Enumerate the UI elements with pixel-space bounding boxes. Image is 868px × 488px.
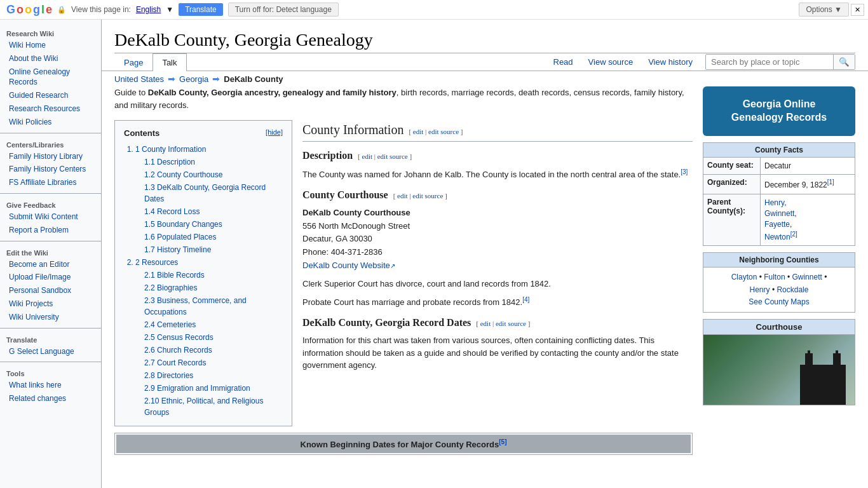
record-dates-edit-source-link[interactable]: edit source [496, 320, 526, 327]
toc-link-2-7[interactable]: 2.7 Court Records [144, 358, 206, 367]
sidebar-item-wiki-policies[interactable]: Wiki Policies [0, 116, 101, 129]
sidebar-item-family-history-library[interactable]: Family History Library [0, 150, 101, 163]
tab-action-read[interactable]: Read [546, 53, 581, 71]
toc-link-2-3[interactable]: 2.3 Business, Commerce, and Occupations [144, 296, 247, 316]
sidebar-item-guided-research[interactable]: Guided Research [0, 89, 101, 102]
record-dates-edit-link[interactable]: edit [480, 320, 491, 327]
toc-link-2-8[interactable]: 2.8 Directories [144, 371, 193, 380]
right-column: Georgia OnlineGenealogy Records County F… [703, 86, 855, 488]
parent-henry-link[interactable]: Henry [764, 198, 784, 207]
toc-link-county-info[interactable]: 1 County Information [135, 145, 206, 154]
search-input[interactable] [706, 55, 833, 69]
toc-sublist-1: 1.1 Description 1.2 County Courthouse 1.… [135, 156, 283, 255]
organized-footnote: [1] [827, 179, 834, 186]
sidebar-item-report-problem[interactable]: Report a Problem [0, 224, 101, 237]
courthouse-edit-link[interactable]: edit [397, 192, 408, 200]
tab-actions: Read View source View history 🔍 [546, 53, 856, 71]
sidebar-item-select-language[interactable]: G Select Language [0, 345, 101, 358]
sidebar-item-fs-affiliate[interactable]: FS Affiliate Libraries [0, 176, 101, 189]
sidebar-item-related-changes[interactable]: Related changes [0, 392, 101, 405]
tab-page[interactable]: Page [114, 53, 153, 71]
sidebar-item-become-editor[interactable]: Become an Editor [0, 258, 101, 271]
sidebar-item-submit-wiki[interactable]: Submit Wiki Content [0, 210, 101, 224]
neighboring-clayton-link[interactable]: Clayton [731, 273, 757, 281]
sidebar-item-about-wiki[interactable]: About the Wiki [0, 52, 101, 65]
see-county-maps-link[interactable]: See County Maps [749, 297, 809, 306]
description-edit-source-link[interactable]: edit source [377, 152, 408, 160]
search-button[interactable]: 🔍 [833, 55, 855, 69]
toc-link-2-1[interactable]: 2.1 Bible Records [144, 271, 205, 280]
toc-link-2-2[interactable]: 2.2 Biographies [144, 283, 197, 292]
neighboring-henry-link[interactable]: Henry [750, 285, 770, 294]
parent-county-label: Parent County(s): [703, 194, 761, 245]
sidebar-section-edit: Edit the Wiki [0, 245, 101, 258]
sidebar-section-feedback: Give Feedback [0, 198, 101, 210]
sidebar-item-wiki-projects[interactable]: Wiki Projects [0, 297, 101, 311]
description-edit-links: [ edit | edit source ] [358, 151, 412, 162]
courthouse-heading: County Courthouse [ edit | edit source ] [302, 187, 693, 203]
parent-newton-link[interactable]: Newton[2] [764, 233, 797, 241]
breadcrumb-us[interactable]: United States [114, 74, 164, 84]
sidebar-item-what-links[interactable]: What links here [0, 379, 101, 392]
language-select-link[interactable]: English [136, 5, 161, 14]
sidebar-item-research-resources[interactable]: Research Resources [0, 102, 101, 116]
tab-action-view-history[interactable]: View history [641, 53, 700, 71]
toc-list: 1 County Information 1.1 Description 1.2… [124, 144, 283, 418]
table-of-contents: Contents [hide] 1 County Information 1.1… [114, 120, 292, 426]
georgia-online-button[interactable]: Georgia OnlineGenealogy Records [703, 86, 855, 136]
toc-link-2-9[interactable]: 2.9 Emigration and Immigration [144, 384, 250, 393]
breadcrumb-arrow-2: ➡ [212, 74, 220, 84]
neighboring-fulton-link[interactable]: Fulton [764, 273, 785, 281]
description-footnote: [3] [681, 168, 688, 175]
main-body: Guide to DeKalb County, Georgia ancestry… [102, 86, 868, 488]
toc-link-1-1[interactable]: 1.1 Description [144, 158, 195, 166]
county-facts-title: County Facts [703, 143, 855, 158]
options-button[interactable]: Options ▼ [799, 3, 849, 17]
county-info-edit-source-link[interactable]: edit source [428, 128, 459, 135]
courthouse-website-link[interactable]: DeKalb County Website [302, 261, 395, 270]
description-edit-link[interactable]: edit [362, 152, 373, 160]
toc-link-1-4[interactable]: 1.4 Record Loss [144, 207, 200, 216]
courthouse-section-title: Courthouse [703, 320, 855, 335]
sidebar-item-wiki-university[interactable]: Wiki University [0, 311, 101, 324]
toc-link-2-5[interactable]: 2.5 Census Records [144, 333, 214, 342]
toc-link-1-5[interactable]: 1.5 Boundary Changes [144, 220, 222, 229]
county-info-edit-links: [ edit | edit source ] [409, 126, 463, 137]
courthouse-image-box: Courthouse [703, 319, 855, 405]
toc-link-1-2[interactable]: 1.2 County Courthouse [144, 170, 222, 179]
sidebar-item-upload-file[interactable]: Upload File/Image [0, 271, 101, 284]
parent-gwinnett-link[interactable]: Gwinnett [764, 209, 794, 218]
toc-link-2-6[interactable]: 2.6 Church Records [144, 346, 212, 355]
close-translate-bar-button[interactable]: ✕ [851, 4, 864, 16]
courthouse-image [703, 335, 855, 405]
toc-link-1-6[interactable]: 1.6 Populated Places [144, 233, 216, 241]
sidebar: Research Wiki Wiki Home About the Wiki O… [0, 20, 102, 488]
sidebar-section-tools: Tools [0, 366, 101, 379]
toc-link-2-4[interactable]: 2.4 Cemeteries [144, 320, 196, 329]
tab-bar: Page Talk Read View source View history … [102, 53, 868, 71]
translate-button[interactable]: Translate [179, 3, 223, 16]
sidebar-item-wiki-home[interactable]: Wiki Home [0, 39, 101, 52]
toc-link-1-7[interactable]: 1.7 History Timeline [144, 245, 211, 254]
county-seat-value: Decatur [761, 158, 855, 175]
toc-link-1-3[interactable]: 1.3 DeKalb County, Georgia Record Dates [144, 183, 266, 203]
neighboring-gwinnett-link[interactable]: Gwinnett [792, 273, 822, 281]
tab-talk[interactable]: Talk [153, 53, 186, 71]
neighboring-rockdale-link[interactable]: Rockdale [776, 285, 808, 294]
toc-link-resources[interactable]: 2 Resources [135, 258, 178, 267]
breadcrumb: United States ➡ Georgia ➡ DeKalb County [102, 71, 868, 86]
toc-link-2-10[interactable]: 2.10 Ethnic, Political, and Religious Gr… [144, 396, 263, 417]
breadcrumb-georgia[interactable]: Georgia [179, 74, 208, 84]
sidebar-item-online-genealogy[interactable]: Online Genealogy Records [0, 65, 101, 90]
tab-action-view-source[interactable]: View source [581, 53, 641, 71]
toc-hide-link[interactable]: [hide] [266, 127, 283, 140]
parent-fayette-link[interactable]: Fayette [764, 220, 790, 229]
sidebar-item-family-history-centers[interactable]: Family History Centers [0, 163, 101, 176]
county-info-edit-link[interactable]: edit [413, 128, 424, 135]
sidebar-item-personal-sandbox[interactable]: Personal Sandbox [0, 284, 101, 297]
google-logo: Google [6, 3, 52, 17]
sidebar-section-translate: Translate [0, 332, 101, 345]
courthouse-edit-source-link[interactable]: edit source [412, 192, 443, 200]
turnoff-button[interactable]: Turn off for: Detect language [228, 3, 339, 17]
toc-title-text: Contents [124, 127, 159, 140]
